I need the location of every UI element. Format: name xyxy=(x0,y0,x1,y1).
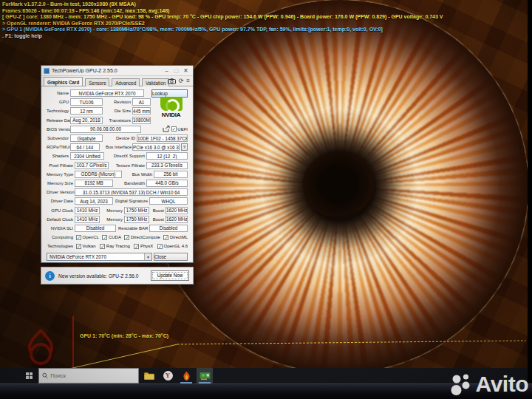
photo-edge xyxy=(528,0,532,383)
photo-vignette xyxy=(0,0,528,383)
avito-logo-icon xyxy=(450,372,472,396)
avito-brand-text: Avito xyxy=(476,372,528,397)
avito-watermark: Avito xyxy=(450,372,528,397)
monitor-photo: GPU 1: 70°C (min: 28°C - max: 70°C) FurM… xyxy=(0,0,532,399)
monitor-screen: GPU 1: 70°C (min: 28°C - max: 70°C) FurM… xyxy=(0,0,528,383)
